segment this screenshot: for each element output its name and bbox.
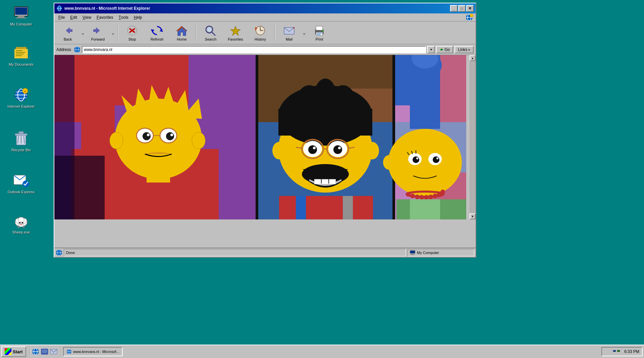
desktop-icon-internet-explorer[interactable]: e Internet Explorer [6,86,36,110]
scroll-up-button[interactable]: ▲ [470,55,476,61]
task-ie-icon [66,349,72,354]
quicklaunch-mail[interactable] [50,348,58,356]
system-tray: 6:33 PM [601,347,643,356]
mail-dropdown-arrow[interactable] [302,31,307,37]
svg-point-84 [166,132,174,140]
svg-point-150 [424,195,429,200]
scroll-track[interactable] [470,61,476,213]
forward-button[interactable]: Forward [86,23,110,43]
svg-point-90 [110,132,123,149]
computer-icon [410,250,416,255]
tray-network-icon[interactable] [613,349,620,355]
address-dropdown[interactable]: ▾ [427,46,435,53]
svg-point-109 [308,145,317,154]
menu-edit[interactable]: Edit [67,14,80,21]
menu-tools[interactable]: Tools [116,14,131,21]
favorites-button[interactable]: Favorites [223,23,248,43]
ie-title-icon [56,5,62,11]
outlook-express-icon [13,172,29,189]
status-bar: Done My Computer [54,248,476,257]
svg-point-139 [433,156,439,163]
svg-point-151 [428,195,433,199]
svg-point-152 [433,194,437,198]
svg-marker-55 [230,26,240,36]
svg-point-148 [415,195,420,199]
start-button[interactable]: Start [1,346,26,357]
svg-point-85 [147,134,150,136]
scroll-down-button[interactable]: ▼ [470,213,476,219]
forward-label: Forward [91,37,105,41]
go-button[interactable]: Go [436,46,453,53]
ie-window: www.bnnvara.nl - Microsoft Internet Expl… [54,3,476,258]
svg-point-141 [436,157,438,159]
back-dropdown-arrow[interactable] [80,31,85,37]
status-text: Done [64,249,406,256]
links-button[interactable]: Links » [454,46,474,53]
mail-label: Mail [286,37,292,41]
refresh-button[interactable]: Refresh [145,23,169,43]
my-computer-icon [13,5,29,21]
minimize-button[interactable]: _ [450,5,458,12]
desktop-icon-my-computer[interactable]: My Computer [6,3,36,28]
svg-rect-9 [16,55,22,56]
search-label: Search [205,37,217,41]
simpsons-image [54,55,471,219]
status-ie-icon [56,249,62,256]
stop-label: Stop [128,37,136,41]
menu-file[interactable]: File [56,14,67,21]
start-label: Start [13,349,23,354]
forward-dropdown-arrow[interactable] [111,31,115,37]
svg-marker-42 [82,33,84,35]
svg-rect-7 [16,52,25,53]
desktop-icon-my-documents[interactable]: My Documents [6,44,36,68]
home-button[interactable]: Home [170,23,194,43]
taskbar: Start [0,345,644,358]
svg-point-149 [419,195,424,200]
desktop-icon-sheep-exe[interactable]: Sheep.exe [6,211,36,236]
menu-view[interactable]: View [80,14,94,21]
title-bar-buttons: _ □ ✕ [450,5,474,12]
svg-rect-65 [317,34,321,35]
stop-button[interactable]: Stop [120,23,144,43]
maximize-button[interactable]: □ [458,5,466,12]
address-ie-icon [74,46,80,53]
home-icon [176,24,188,37]
desktop-icon-outlook-express[interactable]: Outlook Express [6,171,36,196]
svg-marker-41 [66,27,72,34]
menu-help[interactable]: Help [131,14,145,21]
mail-button[interactable]: ▾ Mail [277,23,301,43]
svg-point-86 [170,134,173,136]
taskbar-task-ie[interactable]: www.bnnvara.nl - Microsof... [63,347,123,356]
tray-volume-icon[interactable] [605,349,611,355]
svg-rect-93 [98,183,215,219]
favorites-icon [229,24,241,37]
print-label: Print [316,37,323,41]
address-bar: Address ▾ Go Links » [54,44,476,55]
toolbar-sep-3 [274,24,275,42]
search-button[interactable]: Search [199,23,223,43]
address-input[interactable] [82,46,426,53]
content-area: ▲ ▼ [54,55,476,219]
system-time: 6:33 PM [624,349,639,354]
svg-rect-17 [19,132,23,134]
svg-rect-6 [16,50,22,51]
recycle-bin-label: Recycle Bin [11,148,31,152]
quicklaunch-channel[interactable] [41,348,49,356]
svg-point-154 [440,190,445,194]
quicklaunch-ie[interactable] [32,348,40,356]
menu-bar: File Edit View Favorites Tools Help [54,13,476,21]
ie-logo-animated [464,14,474,21]
back-button[interactable]: Back [56,23,80,43]
history-button[interactable]: History [248,23,272,43]
outlook-express-label: Outlook Express [8,190,35,194]
status-done: Done [66,251,75,255]
menu-favorites[interactable]: Favorites [94,14,116,21]
svg-point-29 [19,222,20,223]
svg-text:e: e [24,90,26,93]
my-documents-icon [13,45,29,61]
close-button[interactable]: ✕ [466,5,474,12]
desktop-icon-recycle-bin[interactable]: Recycle Bin [6,129,36,154]
svg-point-83 [143,132,151,140]
print-button[interactable]: Print [307,23,331,43]
svg-point-138 [413,156,419,163]
